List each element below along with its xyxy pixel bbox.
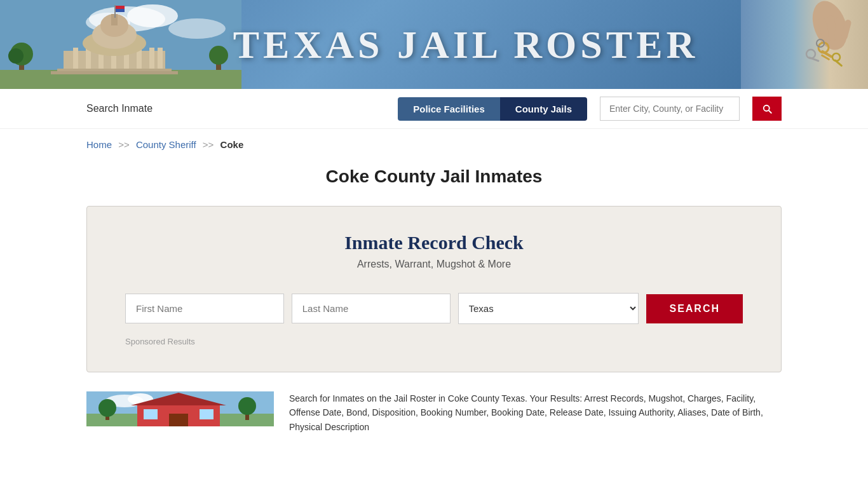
first-name-input[interactable] <box>125 294 284 323</box>
search-inmate-label: Search Inmate <box>86 103 385 114</box>
facility-search-input[interactable] <box>600 97 740 121</box>
svg-rect-23 <box>51 71 178 74</box>
svg-rect-14 <box>158 48 163 70</box>
search-icon <box>761 103 773 114</box>
breadcrumb-separator-1: >> <box>118 139 130 150</box>
bottom-section: Search for Inmates on the Jail Roster in… <box>86 391 782 434</box>
svg-rect-7 <box>73 48 78 70</box>
svg-rect-21 <box>116 9 125 12</box>
svg-rect-52 <box>200 409 214 419</box>
svg-rect-19 <box>114 5 116 18</box>
nav-buttons: Police Facilities County Jails <box>398 97 587 121</box>
svg-rect-51 <box>144 409 158 419</box>
inmate-search-form: AlabamaAlaskaArizonaArkansasCaliforniaCo… <box>125 293 743 324</box>
site-title: Texas Jail Roster <box>233 22 699 67</box>
breadcrumb: Home >> County Sheriff >> Coke <box>0 129 868 160</box>
facility-search-button[interactable] <box>752 97 782 121</box>
breadcrumb-current: Coke <box>220 139 244 150</box>
capitol-image <box>0 0 241 89</box>
breadcrumb-home[interactable]: Home <box>86 139 112 150</box>
svg-point-54 <box>98 399 116 417</box>
svg-point-28 <box>209 46 228 65</box>
svg-point-2 <box>127 4 178 27</box>
keys-image <box>741 0 868 89</box>
state-select[interactable]: AlabamaAlaskaArizonaArkansasCaliforniaCo… <box>458 293 639 324</box>
police-facilities-button[interactable]: Police Facilities <box>398 97 500 121</box>
svg-rect-13 <box>149 48 154 70</box>
record-check-subtitle: Arrests, Warrant, Mugshot & More <box>125 259 743 270</box>
page-title: Coke County Jail Inmates <box>0 166 868 187</box>
header-banner: Texas Jail Roster <box>0 0 868 89</box>
nav-bar: Search Inmate Police Facilities County J… <box>0 89 868 129</box>
record-check-title: Inmate Record Check <box>125 232 743 254</box>
bottom-description: Search for Inmates on the Jail Roster in… <box>289 391 782 434</box>
svg-point-4 <box>168 18 226 39</box>
svg-rect-29 <box>747 0 862 89</box>
svg-rect-50 <box>169 414 188 426</box>
svg-point-26 <box>8 48 24 64</box>
property-image <box>86 391 274 426</box>
inmate-search-button[interactable]: SEARCH <box>646 294 743 323</box>
last-name-input[interactable] <box>292 294 451 323</box>
record-check-box: Inmate Record Check Arrests, Warrant, Mu… <box>86 206 782 372</box>
county-jails-button[interactable]: County Jails <box>500 97 587 121</box>
sponsored-label: Sponsored Results <box>125 337 743 346</box>
breadcrumb-separator-2: >> <box>203 139 214 150</box>
breadcrumb-county-sheriff[interactable]: County Sheriff <box>136 139 196 150</box>
svg-point-56 <box>238 397 256 415</box>
